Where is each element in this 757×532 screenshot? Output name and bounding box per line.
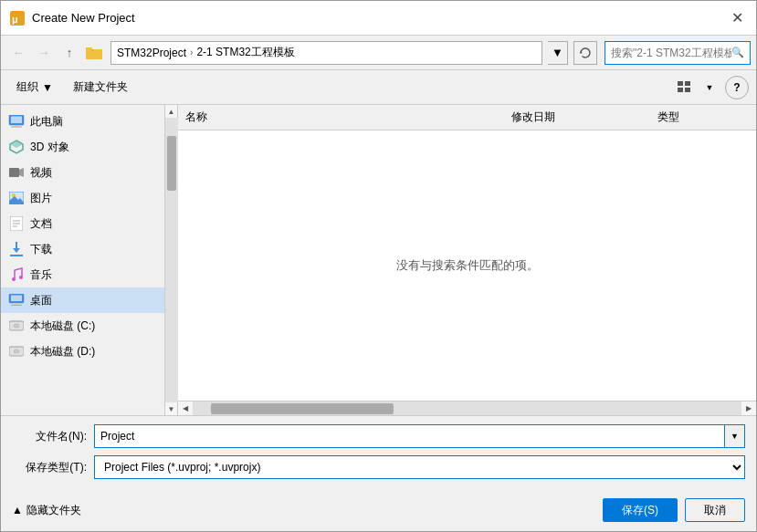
search-icon: 🔍: [731, 47, 744, 58]
refresh-button[interactable]: [573, 41, 597, 65]
sidebar-item-download-label: 下载: [30, 242, 52, 257]
svg-marker-14: [10, 141, 23, 148]
svg-rect-6: [685, 81, 690, 86]
sidebar-item-diskd-label: 本地磁盘 (D:): [30, 344, 95, 360]
sidebar-item-pc-label: 此电脑: [30, 114, 63, 130]
create-project-dialog: μ Create New Project ✕ ← → ↑ STM32Projec…: [0, 0, 757, 532]
h-scroll-right[interactable]: ▶: [741, 402, 756, 416]
sidebar-item-image-label: 图片: [30, 191, 52, 206]
title-icon: μ: [8, 9, 26, 27]
hide-folders-label: 隐藏文件夹: [26, 503, 81, 518]
image-icon: [8, 192, 25, 204]
search-input[interactable]: [611, 47, 731, 59]
scroll-down-arrow[interactable]: ▼: [165, 402, 178, 415]
scroll-track[interactable]: [165, 118, 178, 402]
file-list: 没有与搜索条件匹配的项。: [178, 130, 756, 401]
sidebar-scrollbar[interactable]: ▲ ▼: [165, 105, 178, 415]
action-bar: ▲ 隐藏文件夹 保存(S) 取消: [1, 493, 756, 531]
organize-arrow: ▼: [42, 81, 53, 94]
diskd-icon: [8, 345, 25, 358]
breadcrumb-separator: ›: [190, 47, 193, 57]
sidebar-item-diskc-label: 本地磁盘 (C:): [30, 318, 95, 334]
filename-dropdown-button[interactable]: ▼: [725, 424, 745, 448]
sidebar-item-video[interactable]: 视频: [1, 160, 164, 185]
svg-marker-16: [19, 168, 24, 177]
col-type-header[interactable]: 类型: [657, 110, 749, 125]
breadcrumb-item-current[interactable]: 2-1 STM32工程模板: [196, 45, 294, 60]
svg-rect-8: [685, 88, 690, 92]
filename-input[interactable]: [94, 424, 725, 448]
sidebar-item-diskc[interactable]: 本地磁盘 (C:): [1, 313, 164, 339]
sidebar-item-download[interactable]: 下载: [1, 236, 164, 262]
help-button[interactable]: ?: [725, 76, 749, 99]
sidebar-item-3d[interactable]: 3D 对象: [1, 134, 164, 160]
view-dropdown-button[interactable]: ▼: [703, 76, 716, 99]
h-scrollbar[interactable]: ◀ ▶: [178, 401, 756, 415]
svg-point-18: [12, 193, 16, 197]
diskc-icon: [8, 319, 25, 332]
search-box[interactable]: 🔍: [605, 41, 751, 65]
filename-row: 文件名(N): ▼: [12, 423, 745, 449]
up-button[interactable]: ↑: [58, 41, 81, 65]
doc-icon: [8, 216, 25, 231]
video-icon: [8, 166, 25, 179]
col-name-header[interactable]: 名称: [185, 110, 511, 125]
h-scroll-left[interactable]: ◀: [178, 402, 193, 416]
svg-rect-15: [9, 168, 19, 177]
sidebar-item-desktop-label: 桌面: [30, 293, 52, 308]
svg-rect-7: [678, 88, 683, 92]
h-scroll-thumb[interactable]: [211, 403, 394, 414]
svg-rect-12: [11, 127, 22, 128]
breadcrumb-dropdown-button[interactable]: ▼: [548, 41, 568, 65]
new-folder-button[interactable]: 新建文件夹: [65, 76, 136, 99]
svg-point-28: [19, 276, 23, 279]
sidebar-item-pc[interactable]: 此电脑: [1, 109, 164, 134]
nav-bar: ← → ↑ STM32Project › 2-1 STM32工程模板 ▼ 🔍: [1, 36, 756, 70]
svg-rect-10: [11, 117, 22, 124]
3d-icon: [8, 140, 25, 154]
desktop-icon: [8, 294, 25, 307]
dialog-title: Create New Project: [32, 11, 725, 25]
organize-button[interactable]: 组织 ▼: [8, 76, 61, 99]
svg-rect-5: [678, 81, 683, 86]
svg-text:μ: μ: [12, 14, 18, 25]
sidebar-item-music[interactable]: 音乐: [1, 262, 164, 287]
main-area: 此电脑 3D 对象: [1, 105, 756, 415]
svg-rect-32: [11, 305, 22, 306]
hide-folders-button[interactable]: ▲ 隐藏文件夹: [12, 503, 81, 518]
new-folder-label: 新建文件夹: [73, 79, 128, 95]
view-button[interactable]: [670, 76, 699, 99]
svg-point-37: [14, 349, 19, 353]
breadcrumb-item-root[interactable]: STM32Project: [117, 47, 186, 59]
file-area: 名称 修改日期 类型 没有与搜索条件匹配的项。 ◀ ▶: [178, 105, 756, 415]
download-icon: [8, 242, 25, 256]
sidebar-item-diskd[interactable]: 本地磁盘 (D:): [1, 339, 164, 364]
forward-button[interactable]: →: [32, 41, 56, 65]
organize-label: 组织: [16, 79, 38, 95]
filetype-row: 保存类型(T): Project Files (*.uvproj; *.uvpr…: [12, 454, 745, 480]
hide-folders-chevron: ▲: [12, 504, 23, 516]
sidebar-item-doc[interactable]: 文档: [1, 211, 164, 236]
back-button[interactable]: ←: [6, 41, 30, 65]
sidebar-item-3d-label: 3D 对象: [30, 140, 69, 155]
title-bar: μ Create New Project ✕: [1, 1, 756, 36]
sidebar-item-doc-label: 文档: [30, 216, 52, 232]
save-button[interactable]: 保存(S): [603, 498, 678, 522]
sidebar: 此电脑 3D 对象: [1, 105, 165, 415]
music-icon: [8, 267, 25, 282]
h-scroll-track[interactable]: [193, 402, 741, 416]
col-date-header[interactable]: 修改日期: [511, 110, 657, 125]
filetype-select[interactable]: Project Files (*.uvproj; *.uvprojx): [94, 455, 745, 479]
filename-input-wrapper: ▼: [94, 424, 745, 448]
close-button[interactable]: ✕: [725, 6, 749, 30]
cancel-button[interactable]: 取消: [685, 498, 745, 522]
filetype-label: 保存类型(T):: [12, 460, 94, 475]
sidebar-item-music-label: 音乐: [30, 267, 52, 283]
pc-icon: [8, 115, 25, 128]
sidebar-item-image[interactable]: 图片: [1, 185, 164, 211]
sidebar-item-desktop[interactable]: 桌面: [1, 287, 164, 313]
filename-label: 文件名(N):: [12, 429, 94, 444]
scroll-up-arrow[interactable]: ▲: [165, 105, 178, 118]
scroll-thumb[interactable]: [167, 136, 176, 191]
filetype-select-wrapper: Project Files (*.uvproj; *.uvprojx): [94, 455, 745, 479]
